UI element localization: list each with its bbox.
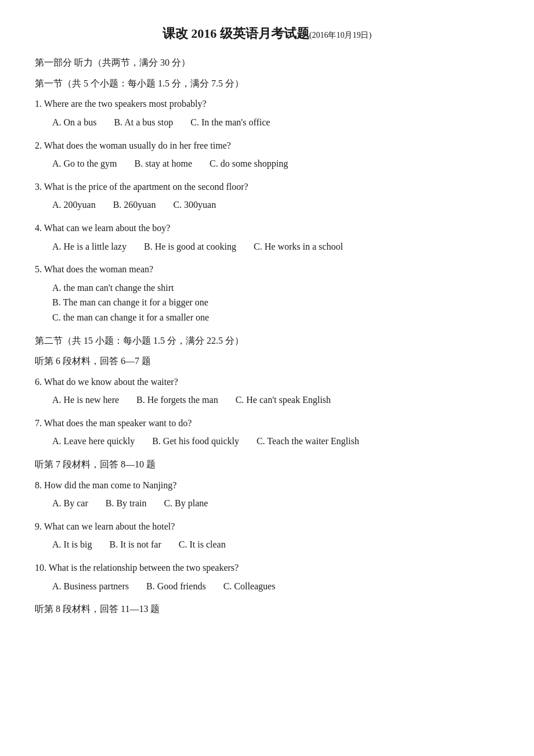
q10-option-c: C. Colleagues xyxy=(223,579,276,594)
title-sub: (2016年10月19日) xyxy=(309,31,371,39)
q10-option-a: A. Business partners xyxy=(52,579,129,594)
question-9: 9. What can we learn about the hotel? A.… xyxy=(35,519,499,552)
q10-options: A. Business partners B. Good friends C. … xyxy=(52,579,499,594)
question-8: 8. How did the man come to Nanjing? A. B… xyxy=(35,478,499,511)
q8-options: A. By car B. By train C. By plane xyxy=(52,496,499,511)
q6-options: A. He is new here B. He forgets the man … xyxy=(52,393,499,408)
q4-stem: 4. What can we learn about the boy? xyxy=(35,221,499,236)
q5-option-c: C. the man can change it for a smaller o… xyxy=(52,310,499,325)
q5-option-a: A. the man can't change the shirt xyxy=(52,280,499,296)
q3-options: A. 200yuan B. 260yuan C. 300yuan xyxy=(52,197,499,213)
question-6: 6. What do we know about the waiter? A. … xyxy=(35,375,499,408)
q8-stem: 8. How did the man come to Nanjing? xyxy=(35,478,499,493)
q3-option-b: B. 260yuan xyxy=(113,197,156,213)
q9-option-c: C. It is clean xyxy=(179,537,226,552)
question-7: 7. What does the man speaker want to do?… xyxy=(35,416,499,449)
section1-header: 第一节（共 5 个小题：每小题 1.5 分，满分 7.5 分） xyxy=(35,76,499,91)
page-title: 课改 2016 级英语月考试题(2016年10月19日) xyxy=(35,23,499,44)
q1-options: A. On a bus B. At a bus stop C. In the m… xyxy=(52,115,499,130)
q2-stem: 2. What does the woman usually do in her… xyxy=(35,138,499,153)
q7-stem: 7. What does the man speaker want to do? xyxy=(35,416,499,431)
question-2: 2. What does the woman usually do in her… xyxy=(35,138,499,171)
q2-options: A. Go to the gym B. stay at home C. do s… xyxy=(52,156,499,171)
q10-stem: 10. What is the relationship between the… xyxy=(35,560,499,575)
title-main: 课改 2016 级英语月考试题 xyxy=(163,26,309,41)
question-5: 5. What does the woman mean? A. the man … xyxy=(35,262,499,325)
listen-note-1: 听第 6 段材料，回答 6—7 题 xyxy=(35,354,499,369)
question-10: 10. What is the relationship between the… xyxy=(35,560,499,593)
section2-header: 第二节（共 15 小题：每小题 1.5 分，满分 22.5 分） xyxy=(35,333,499,348)
q3-option-c: C. 300yuan xyxy=(173,197,216,213)
q9-options: A. It is big B. It is not far C. It is c… xyxy=(52,537,499,552)
q10-option-b: B. Good friends xyxy=(146,579,206,594)
q9-option-b: B. It is not far xyxy=(109,537,161,552)
q5-options: A. the man can't change the shirt B. The… xyxy=(52,280,499,325)
q9-stem: 9. What can we learn about the hotel? xyxy=(35,519,499,534)
q1-option-b: B. At a bus stop xyxy=(114,115,173,130)
q7-option-c: C. Teach the waiter English xyxy=(257,434,359,449)
q2-option-c: C. do some shopping xyxy=(210,156,288,171)
q9-option-a: A. It is big xyxy=(52,537,92,552)
q2-option-b: B. stay at home xyxy=(135,156,193,171)
q7-option-b: B. Get his food quickly xyxy=(152,434,239,449)
listen-note-3: 听第 8 段材料，回答 11—13 题 xyxy=(35,602,499,617)
part1-header: 第一部分 听力（共两节，满分 30 分） xyxy=(35,55,499,70)
listen-note-2: 听第 7 段材料，回答 8—10 题 xyxy=(35,457,499,472)
q4-option-a: A. He is a little lazy xyxy=(52,239,127,254)
q7-options: A. Leave here quickly B. Get his food qu… xyxy=(52,434,499,449)
q8-option-b: B. By train xyxy=(106,496,147,511)
q4-option-b: B. He is good at cooking xyxy=(144,239,236,254)
q6-option-b: B. He forgets the man xyxy=(136,393,218,408)
q5-stem: 5. What does the woman mean? xyxy=(35,262,499,277)
question-3: 3. What is the price of the apartment on… xyxy=(35,179,499,213)
q7-option-a: A. Leave here quickly xyxy=(52,434,135,449)
q5-option-b: B. The man can change it for a bigger on… xyxy=(52,295,499,310)
q2-option-a: A. Go to the gym xyxy=(52,156,117,171)
q1-option-a: A. On a bus xyxy=(52,115,96,130)
q8-option-a: A. By car xyxy=(52,496,88,511)
q1-option-c: C. In the man's office xyxy=(190,115,270,130)
q6-stem: 6. What do we know about the waiter? xyxy=(35,375,499,390)
q6-option-c: C. He can't speak English xyxy=(236,393,331,408)
q6-option-a: A. He is new here xyxy=(52,393,119,408)
q1-stem: 1. Where are the two speakers most proba… xyxy=(35,96,499,111)
q3-stem: 3. What is the price of the apartment on… xyxy=(35,179,499,195)
q8-option-c: C. By plane xyxy=(164,496,208,511)
q3-option-a: A. 200yuan xyxy=(52,197,96,213)
q4-options: A. He is a little lazy B. He is good at … xyxy=(52,239,499,254)
question-4: 4. What can we learn about the boy? A. H… xyxy=(35,221,499,254)
q4-option-c: C. He works in a school xyxy=(254,239,343,254)
question-1: 1. Where are the two speakers most proba… xyxy=(35,96,499,129)
